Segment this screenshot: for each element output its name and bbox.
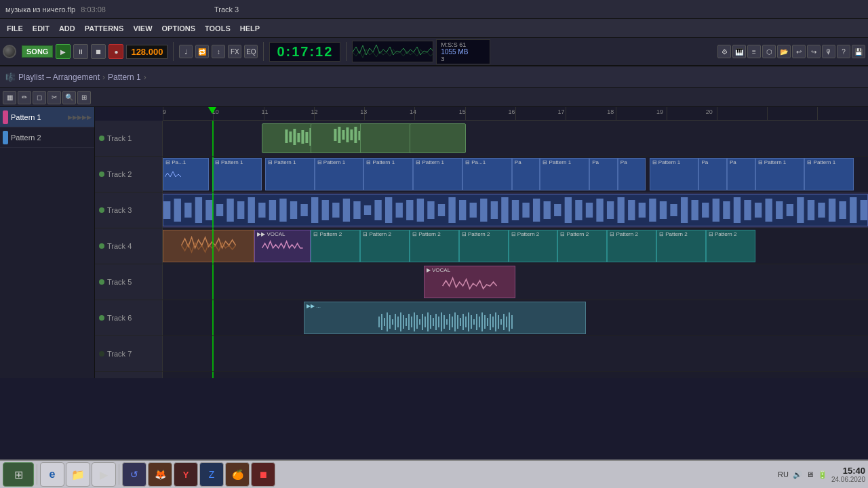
media-button[interactable]: ▶ (92, 462, 116, 487)
pattern-block-2m[interactable]: Pa (698, 158, 727, 190)
menu-file[interactable]: FILE (3, 23, 27, 34)
pattern-block-2f[interactable]: ⊟ Pattern 1 (413, 158, 462, 190)
pattern-block-2h[interactable]: Pa (512, 158, 540, 190)
pattern2-block-4f[interactable]: ⊟ Pattern 2 (557, 230, 607, 262)
select-tool[interactable]: ▦ (3, 91, 16, 104)
erase-tool[interactable]: ◻ (33, 91, 46, 104)
play-button[interactable]: ▶ (56, 44, 71, 59)
pattern2-block-4a[interactable]: ⊟ Pattern 2 (311, 230, 360, 262)
shuffle-icon[interactable]: ↕ (212, 45, 225, 58)
eq-icon[interactable]: EQ (244, 45, 258, 58)
pattern2-block-4h[interactable]: ⊟ Pattern 2 (656, 230, 706, 262)
track-dot-3 (99, 207, 104, 213)
pattern-block-2b[interactable]: ⊟ Pattern 1 (212, 158, 262, 190)
save-icon[interactable]: 💾 (852, 45, 865, 58)
menu-add[interactable]: ADD (55, 23, 79, 34)
pattern2-block-4e[interactable]: ⊟ Pattern 2 (509, 230, 558, 262)
pattern-block-2j[interactable]: Pa (589, 158, 618, 190)
app-firefox[interactable]: 🦊 (148, 462, 172, 487)
track-content-5[interactable]: ▶ VOCAL (163, 264, 868, 300)
track-content-3[interactable] (163, 192, 868, 228)
svg-rect-88 (387, 312, 388, 331)
track-content-1[interactable] (163, 121, 868, 156)
pattern-block-2d[interactable]: ⊟ Pattern 1 (315, 158, 364, 190)
song-mode-button[interactable]: SONG (22, 45, 53, 58)
help-icon[interactable]: ? (837, 45, 850, 58)
piano-icon[interactable]: 🎹 (732, 45, 746, 58)
mic-icon[interactable]: 🎙 (822, 45, 835, 58)
tempo-display[interactable]: 128.000 (126, 45, 167, 59)
master-volume-knob[interactable] (3, 45, 16, 58)
playlist-breadcrumb-root[interactable]: Playlist – Arrangement (18, 73, 100, 82)
explorer-button[interactable]: 📁 (66, 462, 90, 487)
track-content-7[interactable] (163, 336, 868, 371)
app-red[interactable]: ⏹ (251, 462, 275, 487)
pattern2-block-4b[interactable]: ⊟ Pattern 2 (360, 230, 410, 262)
ruler-line (515, 107, 516, 120)
pattern2-block-4g[interactable]: ⊟ Pattern 2 (607, 230, 656, 262)
snap-tool[interactable]: ⊞ (77, 91, 91, 104)
metronome-icon[interactable]: ♩ (179, 45, 193, 58)
browser-icon[interactable]: 📂 (777, 45, 791, 58)
record-button[interactable]: ● (108, 44, 123, 59)
fx-icon[interactable]: FX (228, 45, 241, 58)
note-block-1d[interactable] (410, 123, 466, 153)
plugin-icon[interactable]: ⬡ (762, 45, 776, 58)
track-content-8[interactable] (163, 372, 868, 378)
track-content-4[interactable]: ▶▶ VOCAL ⊟ Pattern 2 ⊟ Pattern 2 ⊟ Patte… (163, 228, 868, 264)
audio-waveform-3[interactable] (163, 194, 868, 226)
redo-icon[interactable]: ↪ (807, 45, 821, 58)
zoom-tool[interactable]: 🔍 (62, 91, 76, 104)
track-row-5: Track 5 ▶ VOCAL (95, 264, 868, 300)
ie-button[interactable]: e (40, 462, 64, 487)
pattern-block-2n[interactable]: Pa (727, 158, 755, 190)
mixer-icon[interactable]: ⚙ (717, 45, 731, 58)
app-music[interactable]: 🍊 (225, 462, 250, 487)
track-content-6[interactable]: ▶▶ ... (163, 300, 868, 336)
pattern-block-2e[interactable]: ⊟ Pattern 1 (363, 158, 413, 190)
ruler-marker-16: 16 (509, 108, 515, 115)
pattern-block-2o[interactable]: ⊟ Pattern 1 (755, 158, 805, 190)
svg-rect-56 (565, 197, 572, 223)
pattern-block-2i[interactable]: ⊟ Pattern 1 (540, 158, 589, 190)
start-button[interactable]: ⊞ (3, 462, 34, 487)
pattern-block-2p[interactable]: ⊟ Pattern 1 (804, 158, 854, 190)
draw-tool[interactable]: ✏ (18, 91, 31, 104)
app-yandex[interactable]: Y (174, 462, 198, 487)
pattern-block-2g[interactable]: ⊟ Pa...1 (462, 158, 512, 190)
vocal-block-5[interactable]: ▶ VOCAL (424, 266, 515, 298)
breadcrumb-separator: › (102, 73, 105, 82)
pattern-block-2k[interactable]: Pa (618, 158, 646, 190)
app-blue[interactable]: Z (199, 462, 224, 487)
pattern-item-1[interactable]: Pattern 1 ▶▶▶▶▶ (0, 107, 94, 127)
pattern2-block-4c[interactable]: ⊟ Pattern 2 (410, 230, 459, 262)
pattern-block-2l[interactable]: ⊟ Pattern 1 (650, 158, 699, 190)
pause-button[interactable]: ⏸ (73, 44, 88, 59)
svg-rect-68 (692, 200, 698, 220)
track-content-2[interactable]: ⊟ Pa...1 ⊟ Pattern 1 ⊟ Pattern 1 ⊟ Patte… (163, 157, 868, 192)
pattern-block-2c[interactable]: ⊟ Pattern 1 (265, 158, 315, 190)
pattern2-block-4d[interactable]: ⊟ Pattern 2 (459, 230, 509, 262)
menu-options[interactable]: OPTIONS (158, 23, 200, 34)
track-row-8: Track 8 (95, 372, 868, 378)
menu-patterns[interactable]: PATTERNS (81, 23, 128, 34)
playlist-breadcrumb-child[interactable]: Pattern 1 (108, 73, 141, 82)
menu-tools[interactable]: TOOLS (201, 23, 235, 34)
app-sync[interactable]: ↺ (122, 462, 146, 487)
vocal-block-4[interactable]: ▶▶ VOCAL (254, 230, 311, 262)
step-seq-icon[interactable]: ≡ (747, 45, 761, 58)
pattern-block-2a[interactable]: ⊟ Pa...1 (163, 158, 209, 190)
pattern2-block-4i[interactable]: ⊟ Pattern 2 (706, 230, 755, 262)
undo-icon[interactable]: ↩ (792, 45, 806, 58)
menu-edit[interactable]: EDIT (28, 23, 54, 34)
audio-block-4a[interactable] (163, 230, 254, 262)
pattern-item-2[interactable]: Pattern 2 (0, 127, 94, 148)
stop-button[interactable]: ⏹ (91, 44, 106, 59)
loop-icon[interactable]: 🔁 (195, 45, 209, 58)
menu-view[interactable]: VIEW (129, 23, 156, 34)
ruler-marker-19: 19 (656, 108, 663, 115)
menu-help[interactable]: HELP (236, 23, 264, 34)
audio-block-6[interactable]: ▶▶ ... (304, 302, 586, 334)
cut-tool[interactable]: ✂ (47, 91, 61, 104)
svg-rect-81 (829, 199, 835, 222)
